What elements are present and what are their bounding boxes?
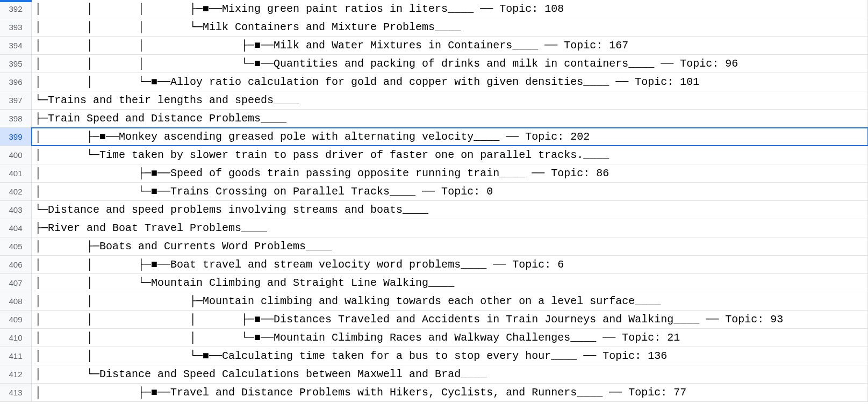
cell-content[interactable]: │ │ │ ├─■──Distances Traveled and Accide… <box>32 311 868 328</box>
table-row[interactable]: 406│ │ ├─■──Boat travel and stream veloc… <box>0 256 868 274</box>
table-row[interactable]: 401│ ├─■──Speed of goods train passing o… <box>0 164 868 183</box>
row-header[interactable]: 408 <box>0 292 32 310</box>
row-header[interactable]: 405 <box>0 237 32 255</box>
cell-content[interactable]: │ ├─■──Travel and Distance Problems with… <box>32 384 868 401</box>
row-header[interactable]: 413 <box>0 384 32 401</box>
table-row[interactable]: 403└─Distance and speed problems involvi… <box>0 201 868 219</box>
table-row[interactable]: 413│ ├─■──Travel and Distance Problems w… <box>0 384 868 402</box>
cell-content[interactable]: │ │ └─Mountain Climbing and Straight Lin… <box>32 274 868 292</box>
table-row[interactable]: 412│ └─Distance and Speed Calculations b… <box>0 365 868 384</box>
row-header[interactable]: 393 <box>0 18 32 36</box>
cell-content[interactable]: │ └─Time taken by slower train to pass d… <box>32 146 868 164</box>
table-row[interactable]: 407│ │ └─Mountain Climbing and Straight … <box>0 274 868 292</box>
spreadsheet-grid[interactable]: 392│ │ │ ├─■──Mixing green paint ratios … <box>0 0 868 411</box>
table-row[interactable]: 392│ │ │ ├─■──Mixing green paint ratios … <box>0 0 868 18</box>
cell-content[interactable]: └─Trains and their lengths and speeds___… <box>32 91 868 109</box>
table-row[interactable]: 395│ │ │ └─■──Quantities and packing of … <box>0 55 868 73</box>
cell-content[interactable]: │ │ │ └─Milk Containers and Mixture Prob… <box>32 18 868 36</box>
row-header[interactable]: 401 <box>0 164 32 182</box>
table-row[interactable]: 398├─Train Speed and Distance Problems__… <box>0 110 868 128</box>
row-header[interactable]: 400 <box>0 146 32 164</box>
table-row[interactable]: 408│ │ ├─Mountain climbing and walking t… <box>0 292 868 311</box>
table-row[interactable]: 404├─River and Boat Travel Problems____ <box>0 219 868 237</box>
table-row[interactable]: 397└─Trains and their lengths and speeds… <box>0 91 868 110</box>
row-header[interactable]: 398 <box>0 110 32 127</box>
table-row[interactable]: 394│ │ │ ├─■──Milk and Water Mixtures in… <box>0 37 868 55</box>
row-header[interactable]: 409 <box>0 311 32 328</box>
table-row[interactable]: 410│ │ │ └─■──Mountain Climbing Races an… <box>0 329 868 347</box>
cell-content[interactable]: │ │ │ └─■──Quantities and packing of dri… <box>32 55 868 73</box>
cell-content[interactable]: │ │ │ ├─■──Milk and Water Mixtures in Co… <box>32 37 868 54</box>
cell-content[interactable]: │ │ ├─■──Boat travel and stream velocity… <box>32 256 868 273</box>
cell-content[interactable]: └─Distance and speed problems involving … <box>32 201 868 219</box>
cell-content[interactable]: │ ├─Boats and Currents Word Problems____ <box>32 237 868 255</box>
table-row[interactable]: 396│ │ └─■──Alloy ratio calculation for … <box>0 73 868 91</box>
cell-content[interactable]: │ ├─■──Speed of goods train passing oppo… <box>32 164 868 182</box>
row-header[interactable]: 407 <box>0 274 32 292</box>
row-header[interactable]: 410 <box>0 329 32 347</box>
row-header[interactable]: 396 <box>0 73 32 91</box>
row-header[interactable]: 406 <box>0 256 32 273</box>
cell-content[interactable]: │ │ │ ├─■──Mixing green paint ratios in … <box>32 0 868 18</box>
cell-content[interactable]: ├─River and Boat Travel Problems____ <box>32 219 868 237</box>
table-row[interactable]: 405│ ├─Boats and Currents Word Problems_… <box>0 237 868 256</box>
row-header[interactable]: 412 <box>0 365 32 383</box>
row-header[interactable]: 394 <box>0 37 32 54</box>
row-header[interactable]: 404 <box>0 219 32 237</box>
cell-content[interactable]: │ │ ├─Mountain climbing and walking towa… <box>32 292 868 310</box>
cell-content[interactable]: ├─Train Speed and Distance Problems____ <box>32 110 868 127</box>
table-row[interactable]: 400│ └─Time taken by slower train to pas… <box>0 146 868 164</box>
cell-content[interactable]: │ │ └─■──Alloy ratio calculation for gol… <box>32 73 868 91</box>
row-header[interactable]: 411 <box>0 347 32 365</box>
table-row[interactable]: 399│ ├─■──Monkey ascending greased pole … <box>0 128 868 146</box>
table-row[interactable]: 393│ │ │ └─Milk Containers and Mixture P… <box>0 18 868 37</box>
cell-content[interactable]: │ ├─■──Monkey ascending greased pole wit… <box>32 128 868 146</box>
row-header[interactable]: 402 <box>0 183 32 200</box>
row-header[interactable]: 403 <box>0 201 32 219</box>
cell-content[interactable]: │ └─■──Trains Crossing on Parallel Track… <box>32 183 868 200</box>
cell-content[interactable]: │ │ │ └─■──Mountain Climbing Races and W… <box>32 329 868 347</box>
cell-content[interactable]: │ └─Distance and Speed Calculations betw… <box>32 365 868 383</box>
selection-indicator-top <box>0 0 32 2</box>
row-header[interactable]: 395 <box>0 55 32 73</box>
row-header[interactable]: 392 <box>0 0 32 18</box>
table-row[interactable]: 411│ │ └─■──Calculating time taken for a… <box>0 347 868 365</box>
row-header[interactable]: 399 <box>0 128 32 146</box>
table-row[interactable]: 409│ │ │ ├─■──Distances Traveled and Acc… <box>0 311 868 329</box>
table-row[interactable]: 402│ └─■──Trains Crossing on Parallel Tr… <box>0 183 868 201</box>
row-header[interactable]: 397 <box>0 91 32 109</box>
cell-content[interactable]: │ │ └─■──Calculating time taken for a bu… <box>32 347 868 365</box>
